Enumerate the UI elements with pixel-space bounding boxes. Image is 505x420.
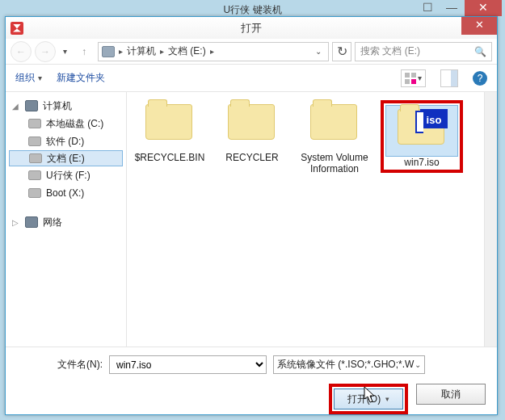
parent-min-button[interactable]: —: [440, 0, 463, 16]
view-mode-button[interactable]: ▾: [401, 69, 426, 87]
nav-up-button[interactable]: ↑: [74, 41, 95, 62]
file-label: win7.iso: [385, 157, 458, 168]
new-folder-button[interactable]: 新建文件夹: [57, 71, 105, 85]
chevron-down-icon: ⌄: [415, 360, 421, 369]
folder-icon: [310, 104, 357, 140]
file-item-folder[interactable]: $RECYCLE.BIN: [133, 100, 206, 163]
search-placeholder: 搜索 文档 (E:): [360, 44, 420, 58]
tree-node-drive-x[interactable]: Boot (X:): [9, 184, 123, 202]
tree-node-network[interactable]: ▷ 网络: [9, 213, 123, 231]
tree-label: 文档 (E:): [47, 152, 85, 166]
chevron-down-icon: ▾: [418, 74, 422, 82]
nav-history-dropdown[interactable]: ▾: [59, 47, 70, 56]
breadcrumb-sep: ▸: [158, 47, 166, 56]
dialog-footer: 文件名(N): win7.iso 系统镜像文件 (*.ISO;*.GHO;*.W…: [6, 346, 497, 414]
tree-node-drive-c[interactable]: 本地磁盘 (C:): [9, 115, 123, 132]
search-input[interactable]: 搜索 文档 (E:) 🔍: [355, 42, 492, 61]
drive-icon: [28, 119, 41, 128]
folder-icon: [145, 104, 192, 140]
folder-icon: [228, 104, 275, 140]
breadcrumb[interactable]: ▸ 计算机 ▸ 文档 (E:) ▸ ⌄: [98, 42, 329, 61]
filename-input[interactable]: win7.iso: [109, 355, 267, 374]
breadcrumb-seg-drive[interactable]: 文档 (E:): [168, 44, 206, 58]
tree-node-computer[interactable]: ◢ 计算机: [9, 97, 123, 115]
breadcrumb-sep: ▸: [208, 47, 217, 56]
highlight-annotation: iso win7.iso: [381, 100, 463, 173]
file-label: RECYCLER: [216, 152, 288, 163]
cancel-button[interactable]: 取消: [416, 384, 486, 405]
help-button[interactable]: ?: [473, 71, 487, 86]
tree-label: 计算机: [43, 99, 72, 113]
titlebar: 打开 ✕: [6, 16, 497, 39]
drive-icon: [28, 136, 41, 146]
tree-node-drive-f[interactable]: U行侠 (F:): [9, 166, 123, 184]
collapse-icon[interactable]: ◢: [12, 102, 20, 111]
iso-badge-icon: iso: [420, 109, 448, 128]
toolbar: 组织 ▾ 新建文件夹 ▾ ?: [6, 65, 497, 92]
breadcrumb-seg-computer[interactable]: 计算机: [127, 44, 156, 58]
tree-node-drive-e[interactable]: 文档 (E:): [9, 150, 123, 166]
drive-icon: [28, 188, 41, 198]
file-item-folder[interactable]: RECYCLER: [216, 100, 288, 163]
refresh-button[interactable]: ↻: [332, 42, 351, 61]
drive-icon: [102, 46, 115, 57]
search-icon: 🔍: [474, 46, 486, 57]
filter-label: 系统镜像文件 (*.ISO;*.GHO;*.W: [277, 358, 414, 372]
file-label: $RECYCLE.BIN: [133, 152, 206, 163]
filename-label: 文件名(N):: [15, 358, 103, 372]
scrollbar[interactable]: [484, 92, 497, 346]
breadcrumb-sep: ▸: [116, 47, 125, 56]
nav-row: ← → ▾ ↑ ▸ 计算机 ▸ 文档 (E:) ▸ ⌄ ↻ 搜索 文档 (E:)…: [6, 39, 497, 65]
tree-label: U行侠 (F:): [46, 169, 90, 183]
tree-label: 软件 (D:): [46, 135, 84, 149]
organize-label: 组织: [15, 71, 35, 85]
tree-label: 本地磁盘 (C:): [46, 117, 103, 131]
nav-back-button[interactable]: ←: [11, 41, 32, 62]
drive-icon: [28, 170, 41, 180]
chevron-down-icon: ▾: [385, 395, 389, 403]
highlight-annotation: 打开(O) ▾: [329, 384, 408, 414]
drive-icon: [29, 153, 42, 163]
grid-icon: [405, 73, 416, 84]
parent-max-button[interactable]: ☐: [416, 0, 439, 16]
open-button-label: 打开(O): [347, 393, 381, 406]
tree-label: 网络: [43, 216, 62, 229]
preview-pane-button[interactable]: [440, 69, 458, 87]
computer-icon: [25, 100, 38, 111]
file-list[interactable]: $RECYCLE.BIN RECYCLER System Volume Info…: [127, 92, 497, 346]
dialog-close-button[interactable]: ✕: [461, 17, 497, 35]
open-file-dialog: 打开 ✕ ← → ▾ ↑ ▸ 计算机 ▸ 文档 (E:) ▸ ⌄ ↻ 搜索 文档…: [5, 16, 498, 415]
dialog-title: 打开: [6, 21, 497, 36]
network-icon: [25, 216, 38, 228]
file-type-filter[interactable]: 系统镜像文件 (*.ISO;*.GHO;*.W ⌄: [273, 355, 425, 374]
chevron-down-icon: ▾: [38, 74, 42, 82]
tree-node-drive-d[interactable]: 软件 (D:): [9, 132, 123, 150]
tree-label: Boot (X:): [46, 187, 84, 199]
expand-icon[interactable]: ▷: [12, 218, 20, 227]
file-label: System Volume Information: [298, 152, 371, 174]
nav-tree: ◢ 计算机 本地磁盘 (C:) 软件 (D:) 文档 (E:) U行侠 (F:): [6, 92, 127, 346]
open-button[interactable]: 打开(O) ▾: [334, 388, 403, 410]
parent-close-button[interactable]: ✕: [465, 0, 502, 16]
organize-menu[interactable]: 组织 ▾: [15, 71, 42, 85]
parent-window-title: U行侠 键装机: [224, 3, 282, 17]
file-item-folder[interactable]: System Volume Information: [298, 100, 371, 174]
nav-forward-button[interactable]: →: [35, 41, 56, 62]
breadcrumb-dropdown[interactable]: ⌄: [312, 47, 325, 56]
file-item-iso[interactable]: iso win7.iso: [385, 105, 458, 168]
